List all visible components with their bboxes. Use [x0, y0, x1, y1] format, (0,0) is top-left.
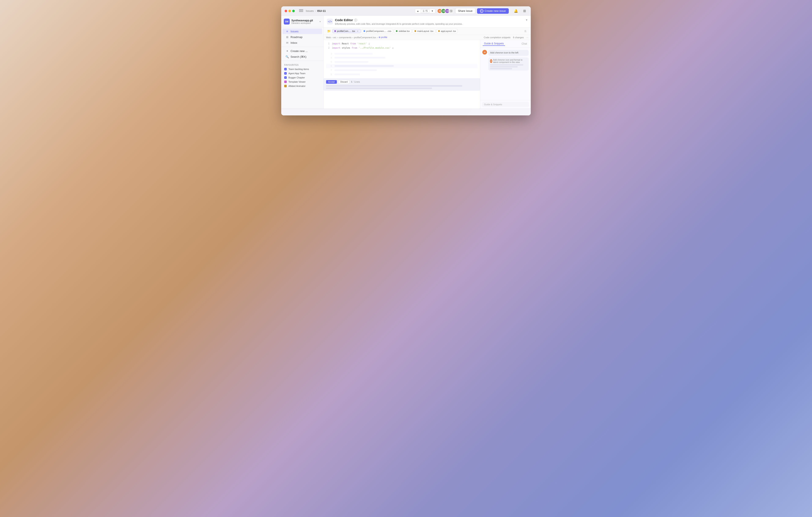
path-file: profileComponent.tsx — [354, 36, 376, 39]
chat-tab-chat[interactable]: Chat — [520, 42, 528, 45]
breadcrumb-parent[interactable]: Issues — [306, 9, 314, 12]
nav-up-button[interactable]: ▲ — [415, 9, 421, 13]
path-sep-3: › — [352, 36, 353, 39]
blurred-line-3: 3 — [326, 52, 477, 56]
sidebar-fav-agent-app[interactable]: Agent App Team — [281, 71, 323, 75]
path-bar: Web › src › components › profileComponen… — [323, 35, 531, 40]
nav-arrows: ▲ 1 / 5 ▼ — [415, 9, 435, 13]
blurred-line-5: 5 — [326, 60, 477, 64]
chat-preview-area: AI Add chevron icon and format to latest… — [488, 58, 529, 70]
accept-button[interactable]: Accept — [326, 80, 337, 84]
sidebar-divider — [281, 27, 323, 27]
close-button[interactable] — [285, 10, 287, 12]
blurred-code-area: 3 4 5 6 — [323, 52, 480, 91]
sidebar-toggle[interactable] — [299, 9, 303, 13]
sidebar-fav-bugger[interactable]: Bugger Chapter — [281, 75, 323, 80]
path-profile: ⊕ profile — [378, 36, 387, 39]
content-area: </> Code Editor i Effortlessly preview, … — [323, 16, 531, 109]
blurred-bar-2 — [326, 88, 432, 89]
fav-check-3 — [284, 76, 287, 79]
line-num-1: 1 — [326, 42, 329, 45]
share-button[interactable]: Share issue — [455, 8, 475, 14]
blurred-line-7: 7 — [326, 68, 477, 72]
blurred-line-8: 8 — [326, 72, 477, 77]
chat-preview-avatar: AI — [490, 59, 492, 63]
fav-label-3: Bugger Chapter — [288, 76, 305, 79]
sidebar-item-create[interactable]: ✦ Create new ... — [283, 48, 322, 54]
workspace-chevron-icon: ▾ — [320, 20, 321, 23]
chat-input[interactable]: Guide & Snippets — [482, 102, 529, 107]
sidebar-item-inbox[interactable]: ✉ Inbox — [283, 40, 322, 45]
folder-icon[interactable]: 📁 — [326, 29, 331, 33]
path-sep-2: › — [337, 36, 338, 39]
file-tab-dot-4 — [414, 30, 416, 32]
fav-label-5: Alfabet Animator — [288, 85, 306, 87]
sidebar-fav-alfabet[interactable]: Alfabet Animator — [281, 84, 323, 88]
create-issue-button[interactable]: + Create new issue — [477, 8, 509, 14]
roadmap-icon: ⊞ — [286, 35, 289, 39]
create-icon: ✦ — [286, 49, 289, 53]
sidebar-item-roadmap-label: Roadmap — [291, 35, 302, 39]
chat-tab-guide[interactable]: Guide & Snippets — [483, 42, 505, 46]
discard-button[interactable]: Discard — [338, 80, 350, 84]
changes-count: 6 changes — [513, 36, 524, 39]
collapse-icon[interactable]: ▾ — [526, 18, 527, 22]
file-tab-profilecss[interactable]: profileComponen.... .css — [361, 29, 393, 33]
chat-input-area: Guide & Snippets — [480, 100, 531, 109]
layout-button[interactable]: ⊞ — [521, 8, 527, 14]
chat-message-1: AI Add chevron icon to the left — [482, 50, 529, 56]
more-icon[interactable]: ··· — [526, 36, 528, 39]
line-content-2: import styles from '../Profile.module.cs… — [332, 46, 394, 50]
workspace-sub: Daniela's workspace — [291, 22, 318, 24]
blurred-bar-1 — [326, 85, 462, 87]
minimize-button[interactable] — [288, 10, 291, 12]
search-label: Search (⌘K) — [291, 55, 307, 58]
copy-icon[interactable]: ⎘ — [523, 29, 528, 33]
sidebar-item-roadmap[interactable]: ⊞ Roadmap — [283, 34, 322, 40]
sidebar-item-issues[interactable]: ≡ Issues — [283, 29, 322, 34]
nav-down-button[interactable]: ▼ — [430, 9, 435, 13]
panel-title: Code Editor i — [335, 18, 526, 22]
panel-header: </> Code Editor i Effortlessly preview, … — [323, 16, 531, 28]
path-src: src — [333, 36, 337, 39]
sidebar-item-search[interactable]: 🔍 Search (⌘K) — [283, 54, 322, 59]
fav-label-4: Template Viewer — [288, 81, 306, 83]
workspace-info: Synthwaveapp.git Daniela's workspace — [291, 19, 318, 24]
search-icon: 🔍 — [286, 55, 289, 58]
code-line-2: 2 import styles from '../Profile.module.… — [323, 46, 480, 50]
chat-bubble-text-1: Add chevron icon to the left — [490, 51, 527, 54]
chat-header: Guide & Snippets Chat — [480, 40, 531, 48]
panel-description: Effortlessly preview, edit code files, a… — [335, 22, 526, 26]
changes-note: 6 lines — [351, 81, 360, 83]
file-tab-dot-1 — [334, 30, 336, 32]
notification-button[interactable]: 🔔 — [513, 8, 519, 14]
path-sep-4: › — [377, 36, 378, 39]
file-tabs: 📁 profileCom.... .tsx ✕ profileComponen.… — [323, 28, 531, 35]
info-icon[interactable]: i — [354, 19, 357, 22]
workspace-header[interactable]: SW Synthwaveapp.git Daniela's workspace … — [281, 17, 323, 26]
sidebar-fav-template[interactable]: Template Viewer — [281, 80, 323, 84]
preview-bar-2 — [490, 66, 518, 67]
maximize-button[interactable] — [292, 10, 295, 12]
sidebar-item-issues-label: Issues — [291, 30, 298, 33]
nav-count: 1 / 5 — [421, 9, 430, 12]
file-tab-mainlayout[interactable]: mainLayout .tsx — [412, 29, 435, 33]
blurred-line-6: 6 — [326, 64, 477, 68]
file-tab-close-1[interactable]: ✕ — [356, 30, 359, 32]
file-tab-sidebar[interactable]: sidebar.tsx — [394, 29, 412, 33]
code-main[interactable]: 1 import React from 'react' ; 2 import — [323, 40, 480, 109]
inbox-icon: ✉ — [286, 41, 289, 44]
file-tab-applayout[interactable]: appLayout .tsx — [436, 29, 458, 33]
breadcrumb-current: ISU-11 — [317, 9, 326, 12]
code-line-1: 1 import React from 'react' ; — [323, 42, 480, 46]
file-tab-profilecom[interactable]: profileCom.... .tsx ✕ — [332, 29, 361, 33]
avatar-extra: +2 — [448, 8, 454, 13]
sidebar-fav-team-backlog[interactable]: Team backlog items — [281, 67, 323, 71]
line-content-1: import React from 'react' ; — [332, 42, 370, 45]
issues-icon: ≡ — [286, 30, 289, 33]
workspace-name: Synthwaveapp.git — [291, 19, 318, 22]
fav-label-1: Team backlog items — [288, 68, 309, 70]
bottom-bar — [281, 109, 531, 115]
sidebar-divider-3 — [281, 61, 323, 61]
nav-controls: ▲ 1 / 5 ▼ AI GI VI +2 Share issue + Crea… — [415, 8, 527, 14]
